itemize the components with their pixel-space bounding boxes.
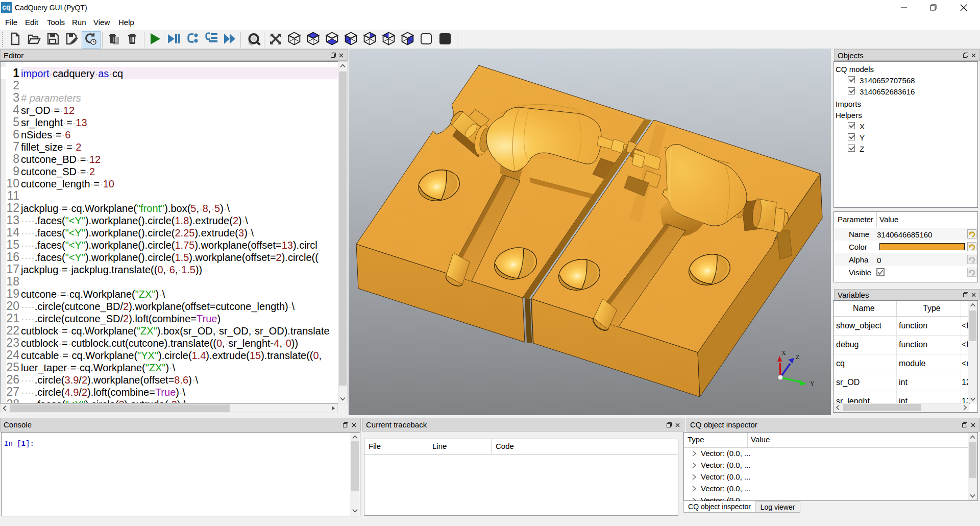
svg-text:Z: Z <box>796 353 799 361</box>
svg-text:Y: Y <box>810 380 815 387</box>
svg-text:X: X <box>781 349 786 356</box>
